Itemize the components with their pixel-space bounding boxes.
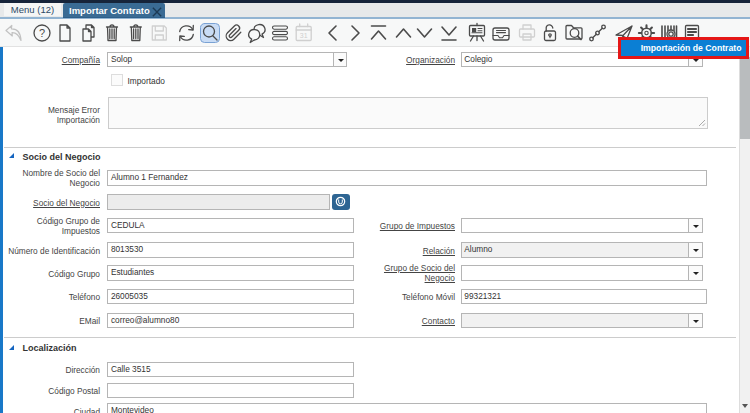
svg-text:?: ? — [39, 27, 45, 39]
svg-text:31: 31 — [300, 32, 308, 39]
